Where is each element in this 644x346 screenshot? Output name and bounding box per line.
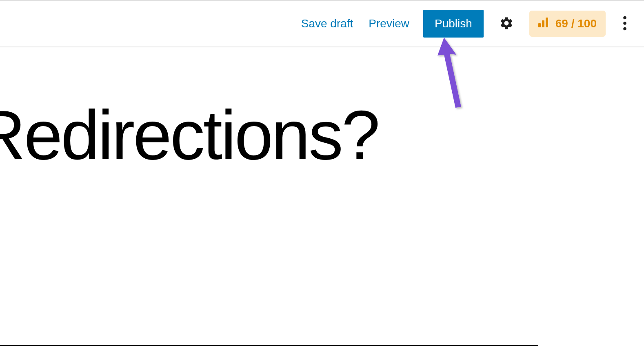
save-draft-button[interactable]: Save draft xyxy=(300,14,355,33)
preview-button[interactable]: Preview xyxy=(367,14,411,33)
svg-point-5 xyxy=(623,27,626,30)
more-options-button[interactable] xyxy=(618,13,632,35)
chart-icon xyxy=(538,17,550,30)
svg-point-4 xyxy=(623,22,626,25)
editor-toolbar: Save draft Preview Publish 69 / 100 xyxy=(0,0,644,47)
kebab-icon xyxy=(623,16,627,32)
settings-button[interactable] xyxy=(496,13,517,35)
svg-rect-1 xyxy=(542,20,544,27)
publish-button[interactable]: Publish xyxy=(423,10,484,38)
svg-rect-2 xyxy=(546,18,548,27)
svg-rect-0 xyxy=(538,23,541,27)
seo-score-text: 69 / 100 xyxy=(555,17,597,30)
editor-content: Redirections? ly important in SEO & UX. … xyxy=(0,100,644,170)
gear-icon xyxy=(499,16,514,32)
seo-score-badge[interactable]: 69 / 100 xyxy=(529,11,606,37)
post-title[interactable]: Redirections? xyxy=(0,100,644,170)
svg-point-3 xyxy=(623,16,626,19)
